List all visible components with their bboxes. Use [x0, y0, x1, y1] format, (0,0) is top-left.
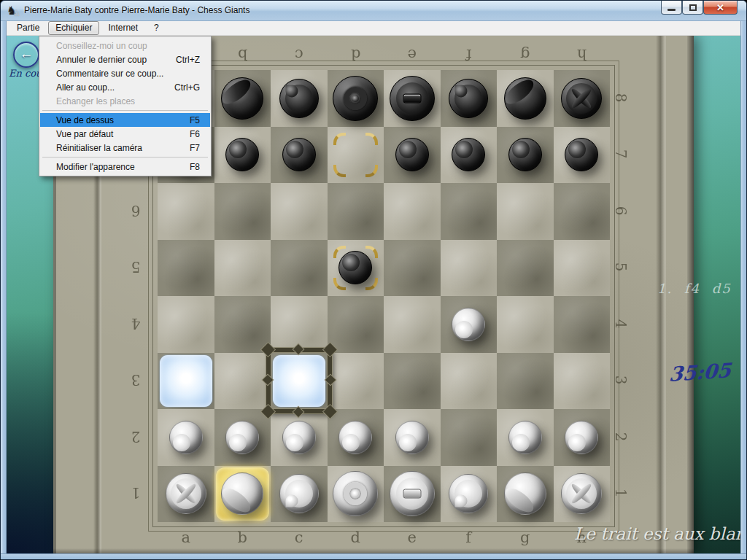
piece-white-rook-h1[interactable] [554, 466, 611, 523]
game-clock: 35:05 [668, 359, 732, 386]
file-label-bottom-c: c [271, 529, 328, 546]
maximize-button[interactable] [682, 1, 703, 15]
rank-label-right-1: 1 [612, 483, 630, 502]
minimize-button[interactable] [661, 1, 682, 15]
piece-white-knight-g1[interactable] [497, 466, 554, 523]
piece-white-knight-b1[interactable] [214, 466, 271, 523]
file-label-bottom-e: e [384, 529, 441, 546]
piece-white-pawn-g2[interactable] [497, 409, 554, 466]
minimize-icon [667, 9, 676, 11]
menu-item-label: Vue de dessus [56, 115, 114, 125]
menubar: PartieEchiquierInternet? [7, 21, 742, 36]
menu-item-label: Aller au coup... [56, 82, 115, 93]
piece-white-pawn-c2[interactable] [271, 409, 328, 466]
window-border-right [740, 21, 746, 560]
titlebar[interactable]: ♞♘ Pierre-Marie Baty contre Pierre-Marie… [1, 1, 747, 21]
piece-black-bishop-f8[interactable] [441, 70, 498, 127]
menu-item-label: Modifier l'apparence [56, 162, 135, 172]
menubar-item-echiquier[interactable]: Echiquier [48, 21, 99, 35]
close-icon: ✕ [704, 2, 737, 13]
rank-label-left-6: 6 [126, 202, 145, 219]
file-label-top-c: c [271, 46, 328, 63]
piece-white-pawn-h2[interactable] [554, 409, 611, 466]
file-label-bottom-a: a [158, 529, 214, 546]
menu-item-shortcut: F5 [190, 115, 200, 125]
rank-label-left-3: 3 [126, 371, 145, 389]
maximize-icon [689, 4, 697, 11]
menu-item-shortcut: F7 [190, 143, 200, 153]
menu-item-label: Annuler le dernier coup [56, 55, 147, 65]
piece-black-knight-g8[interactable] [497, 70, 554, 127]
menu-item-label: Réinitialiser la caméra [56, 143, 142, 153]
piece-white-pawn-b2[interactable] [214, 409, 271, 466]
file-label-top-g: g [497, 46, 554, 63]
echiquier-menu: Conseillez-moi un coupAnnuler le dernier… [39, 36, 212, 176]
file-label-top-d: d [328, 46, 384, 63]
menu-item-modifier-l-apparence[interactable]: Modifier l'apparenceF8 [40, 160, 210, 174]
back-arrow-icon: ← [15, 46, 38, 62]
menu-item-shortcut: F6 [190, 129, 200, 139]
menu-item-shortcut: Ctrl+G [174, 82, 200, 93]
rank-label-right-6: 6 [612, 201, 630, 220]
menubar-item-internet[interactable]: Internet [101, 21, 145, 35]
rank-label-right-7: 7 [612, 144, 630, 163]
menu-item-annuler-le-dernier-coup[interactable]: Annuler le dernier coupCtrl+Z [40, 52, 210, 66]
menu-item-label: Commentaire sur ce coup... [56, 69, 163, 79]
piece-white-rook-a1[interactable] [158, 466, 214, 523]
piece-black-queen-d8[interactable] [328, 70, 384, 127]
rank-label-left-5: 5 [126, 258, 145, 276]
piece-white-bishop-c1[interactable] [271, 466, 328, 523]
piece-black-pawn-g7[interactable] [497, 127, 554, 184]
piece-white-pawn-e2[interactable] [384, 409, 441, 466]
chess-giants-window: ♞♘ Pierre-Marie Baty contre Pierre-Marie… [0, 0, 747, 560]
close-button[interactable]: ✕ [703, 1, 738, 15]
menu-item-label: Conseillez-moi un coup [56, 41, 147, 51]
menu-separator [42, 110, 208, 111]
menu-item-r-initialiser-la-cam-ra[interactable]: Réinitialiser la caméraF7 [40, 141, 210, 155]
back-button[interactable]: ← [13, 42, 39, 68]
piece-black-pawn-e7[interactable] [384, 127, 441, 184]
menu-item-shortcut: Ctrl+Z [176, 55, 200, 65]
piece-black-pawn-c7[interactable] [271, 127, 328, 184]
piece-black-bishop-c8[interactable] [271, 70, 328, 127]
piece-black-pawn-h7[interactable] [554, 127, 611, 184]
legal-move-highlight-a3[interactable] [160, 355, 212, 408]
piece-black-pawn-f7[interactable] [441, 127, 498, 184]
menubar-item-[interactable]: ? [147, 21, 166, 35]
menu-item-conseillez-moi-un-coup[interactable]: Conseillez-moi un coup [40, 39, 210, 52]
file-label-bottom-d: d [328, 529, 384, 546]
rank-label-right-4: 4 [612, 314, 630, 333]
piece-white-pawn-a2[interactable] [158, 409, 214, 466]
menu-item-label: Echanger les places [56, 96, 135, 106]
piece-white-pawn-d2[interactable] [328, 409, 384, 466]
menubar-item-partie[interactable]: Partie [9, 21, 47, 35]
menu-item-aller-au-coup[interactable]: Aller au coup...Ctrl+G [40, 80, 210, 94]
piece-white-bishop-f1[interactable] [441, 466, 498, 523]
window-border-left [1, 21, 7, 560]
piece-black-pawn-d5[interactable] [328, 240, 384, 297]
window-title: Pierre-Marie Baty contre Pierre-Marie Ba… [24, 5, 249, 15]
piece-black-king-e8[interactable] [384, 70, 441, 127]
hover-square-frame [266, 348, 332, 413]
move-list: 1. f4 d5 [657, 281, 732, 296]
menu-item-label: Vue par défaut [56, 129, 113, 139]
client-area: aabbccddeeffgghh1122334455667788 ← En co… [7, 36, 742, 555]
menu-item-vue-de-dessus[interactable]: Vue de dessusF5 [40, 113, 210, 127]
file-label-bottom-f: f [441, 529, 498, 546]
rank-label-right-2: 2 [612, 427, 630, 446]
file-label-bottom-g: g [497, 529, 554, 546]
piece-black-rook-h8[interactable] [554, 70, 611, 127]
piece-white-pawn-f4[interactable] [441, 296, 498, 353]
rank-label-left-1: 1 [126, 484, 145, 502]
rank-label-right-5: 5 [612, 257, 630, 276]
piece-black-pawn-b7[interactable] [214, 127, 271, 184]
piece-white-king-e1[interactable] [384, 466, 441, 523]
menu-item-echanger-les-places[interactable]: Echanger les places [40, 94, 210, 108]
rank-label-left-2: 2 [126, 428, 145, 446]
piece-white-queen-d1[interactable] [328, 466, 384, 523]
menu-item-vue-par-d-faut[interactable]: Vue par défautF6 [40, 127, 210, 141]
menu-item-commentaire-sur-ce-coup[interactable]: Commentaire sur ce coup... [40, 66, 210, 80]
piece-black-knight-b8[interactable] [214, 70, 271, 127]
menu-separator [42, 157, 208, 158]
turn-status: Le trait est aux blancs. [574, 524, 742, 543]
